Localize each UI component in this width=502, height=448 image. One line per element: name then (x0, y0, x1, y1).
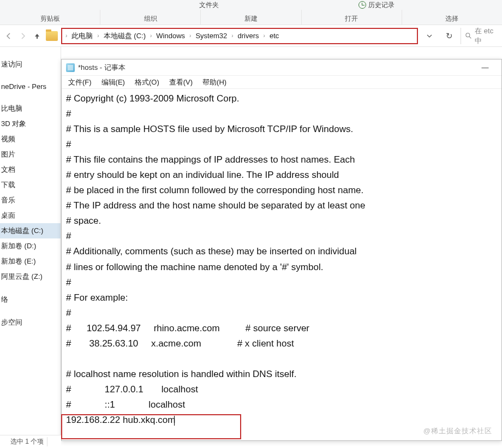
minimize-button[interactable]: — (473, 60, 497, 75)
ribbon-item-label: 文件夹 (199, 1, 219, 10)
ribbon-top-row: 文件夹 历史记录 (0, 0, 502, 10)
ribbon-item-placeholder (83, 0, 167, 10)
sidebar-item[interactable]: 新加卷 (E:) (0, 254, 61, 269)
sidebar-item[interactable]: 3D 对象 (0, 116, 61, 132)
chevron-right-icon: › (189, 33, 191, 39)
ribbon-group-organize: 组织 (100, 10, 201, 25)
sidebar-item[interactable]: 视频 (0, 132, 61, 147)
ribbon-group-label: 选择 (445, 14, 458, 23)
nav-up-button[interactable] (32, 29, 43, 43)
menu-format[interactable]: 格式(O) (130, 76, 164, 88)
sidebar-item[interactable]: 音乐 (0, 193, 61, 208)
notepad-content[interactable]: # Copyright (c) 1993-2009 Microsoft Corp… (62, 89, 501, 430)
notepad-menubar: 文件(F) 编辑(E) 格式(O) 查看(V) 帮助(H) (62, 76, 501, 89)
breadcrumb[interactable]: › 此电脑 › 本地磁盘 (C:) › Windows › System32 ›… (61, 28, 418, 44)
sidebar-item[interactable]: 步空间 (0, 315, 61, 330)
watermark: @稀土掘金技术社区 (423, 426, 492, 436)
search-icon (465, 32, 471, 39)
nav-back-button[interactable] (3, 29, 14, 43)
crumb-system32[interactable]: System32 (193, 31, 229, 41)
sidebar-item[interactable]: 本地磁盘 (C:) (0, 223, 61, 238)
ribbon-group-label: 组织 (144, 14, 157, 23)
crumb-c-drive[interactable]: 本地磁盘 (C:) (101, 30, 148, 42)
refresh-button[interactable]: ↻ (441, 28, 457, 44)
search-box[interactable]: 在 etc 中 (461, 28, 499, 44)
ribbon-group-select: 选择 (402, 10, 502, 25)
notepad-window: *hosts - 记事本 — 文件(F) 编辑(E) 格式(O) 查看(V) 帮… (61, 59, 502, 441)
ribbon-item-placeholder (0, 0, 83, 10)
chevron-right-icon: › (264, 33, 265, 39)
menu-help[interactable]: 帮助(H) (198, 76, 231, 88)
sidebar-item[interactable]: 桌面 (0, 208, 61, 223)
ribbon-group-open: 打开 (302, 10, 402, 25)
ribbon-group-label: 打开 (345, 14, 358, 23)
ribbon-groups: 剪贴板 组织 新建 打开 选择 (0, 10, 502, 25)
ribbon-group-label: 新建 (244, 14, 258, 23)
crumb-drivers[interactable]: drivers (236, 31, 261, 41)
chevron-right-icon: › (231, 33, 233, 39)
sidebar: 速访问neDrive - Pers比电脑3D 对象视频图片文档下载音乐桌面本地磁… (0, 47, 61, 448)
notepad-title: *hosts - 记事本 (78, 63, 473, 73)
sidebar-item[interactable]: 速访问 (0, 57, 61, 72)
chevron-right-icon: › (65, 33, 67, 39)
crumb-etc[interactable]: etc (267, 31, 281, 41)
sidebar-item[interactable]: 新加卷 (D:) (0, 238, 61, 254)
crumb-this-pc[interactable]: 此电脑 (69, 30, 95, 42)
search-placeholder: 在 etc 中 (475, 26, 499, 46)
address-dropdown-button[interactable] (421, 28, 438, 44)
nav-forward-button[interactable] (17, 29, 28, 43)
sidebar-item[interactable]: neDrive - Pers (0, 80, 61, 93)
sidebar-item[interactable]: 阿里云盘 (Z:) (0, 269, 61, 284)
sidebar-item[interactable]: 下载 (0, 177, 61, 193)
notepad-titlebar[interactable]: *hosts - 记事本 — (62, 59, 501, 76)
menu-view[interactable]: 查看(V) (165, 76, 197, 88)
ribbon-item-folder[interactable]: 文件夹 (168, 0, 251, 10)
menu-file[interactable]: 文件(F) (64, 76, 96, 88)
sidebar-item[interactable]: 比电脑 (0, 101, 61, 116)
sidebar-item[interactable]: 文档 (0, 162, 61, 177)
ribbon-item-label: 历史记录 (368, 1, 395, 10)
status-selected: 选中 1 个项 (10, 437, 47, 446)
statusbar: 选中 1 个项 (0, 435, 61, 448)
ribbon-group-new: 新建 (201, 10, 301, 25)
ribbon-group-label: 剪贴板 (40, 14, 60, 23)
ribbon-item-placeholder (251, 0, 334, 10)
history-icon (358, 1, 366, 9)
sidebar-item[interactable]: 络 (0, 292, 61, 307)
crumb-windows[interactable]: Windows (154, 31, 187, 41)
ribbon-item-history[interactable]: 历史记录 (334, 0, 418, 10)
folder-icon (46, 31, 58, 41)
svg-point-0 (466, 33, 470, 37)
menu-edit[interactable]: 编辑(E) (97, 76, 129, 88)
address-bar-row: › 此电脑 › 本地磁盘 (C:) › Windows › System32 ›… (0, 25, 502, 47)
chevron-right-icon: › (97, 33, 99, 39)
chevron-right-icon: › (150, 33, 152, 39)
svg-line-1 (469, 37, 471, 38)
ribbon-item-placeholder (419, 0, 502, 10)
ribbon-group-clipboard: 剪贴板 (0, 10, 100, 25)
notepad-icon (66, 63, 75, 72)
sidebar-item[interactable]: 图片 (0, 147, 61, 162)
